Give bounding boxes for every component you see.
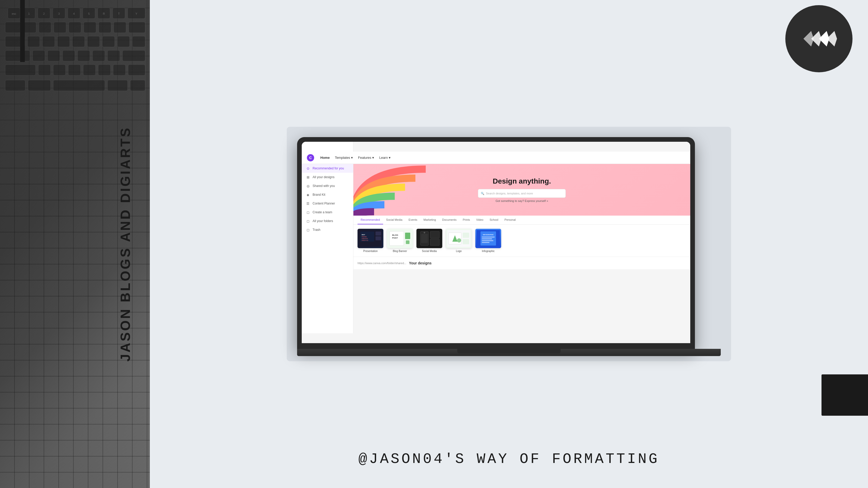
sidebar-item-trash[interactable]: ◻ Trash xyxy=(302,225,353,234)
svg-rect-79 xyxy=(430,231,439,238)
sidebar-item-shared[interactable]: ◎ Shared with you xyxy=(302,182,353,190)
left-section: esc 1 2 3 4 5 R T Y JASON BLOGS AND DIGI… xyxy=(0,0,150,488)
infographic-label: Infographic xyxy=(482,250,494,253)
svg-text:FINDING: FINDING xyxy=(362,236,367,237)
template-logo[interactable]: Logo xyxy=(446,229,472,253)
canva-main-content: Design anything. 🔍 Search designs, templ… xyxy=(353,142,690,333)
hero-tagline: Got something to say? Express yourself » xyxy=(478,199,566,202)
svg-rect-85 xyxy=(463,233,469,238)
laptop-stand xyxy=(457,349,561,354)
svg-rect-74 xyxy=(406,240,409,244)
bottom-text-area: @JASON04'S WAY OF FORMATTING xyxy=(150,451,868,467)
browser-url-display: https://www.canva.com/folder/shared... xyxy=(358,262,406,265)
sidebar-item-all-designs[interactable]: ⊞ All your designs xyxy=(302,173,353,182)
tab-documents[interactable]: Documents xyxy=(439,216,460,224)
logo-thumbnail xyxy=(446,229,472,248)
canva-logo: C xyxy=(307,154,314,161)
tab-personal[interactable]: Personal xyxy=(501,216,519,224)
sidebar-item-create-team-label: Create a team xyxy=(313,210,332,214)
laptop-screen: C Home Templates ▾ Features ▾ Learn ▾ xyxy=(302,142,690,343)
sidebar-item-content-planner-label: Content Planner xyxy=(313,202,335,205)
create-team-icon: ◻ xyxy=(306,210,310,214)
side-text-container: JASON BLOGS AND DIGIARTS xyxy=(0,0,150,488)
sidebar-item-folders[interactable]: ◻ All your folders xyxy=(302,217,353,225)
trash-icon: ◻ xyxy=(306,228,310,232)
canva-body-layout: ⊙ Recommended for you ⊞ All your designs… xyxy=(302,142,690,333)
svg-rect-91 xyxy=(482,238,492,239)
nav-home[interactable]: Home xyxy=(320,156,330,160)
canva-category-tabs: Recommended Social Media Events Marketin… xyxy=(353,216,690,225)
svg-rect-73 xyxy=(405,233,410,239)
canva-nav-items: Home Templates ▾ Features ▾ Learn ▾ xyxy=(320,156,391,160)
hive-logo-circle xyxy=(785,5,852,72)
canva-navbar: C Home Templates ▾ Features ▾ Learn ▾ xyxy=(302,152,690,164)
canva-hero-banner: Design anything. 🔍 Search designs, templ… xyxy=(353,164,690,216)
search-icon: 🔍 xyxy=(481,192,485,195)
presentation-label: Presentation xyxy=(363,250,378,253)
tab-prints[interactable]: Prints xyxy=(460,216,473,224)
tab-marketing[interactable]: Marketing xyxy=(420,216,439,224)
social-label: Social Media xyxy=(422,250,437,253)
template-social[interactable]: Social Media xyxy=(416,229,442,253)
blog-label: Blog Banner xyxy=(393,250,407,253)
svg-text:LIFESTYLE: LIFESTYLE xyxy=(362,240,368,241)
right-section: C Home Templates ▾ Features ▾ Learn ▾ xyxy=(150,0,868,488)
tab-recommended[interactable]: Recommended xyxy=(358,216,383,224)
nav-learn[interactable]: Learn ▾ xyxy=(379,156,391,160)
svg-text:BLOG: BLOG xyxy=(392,234,398,236)
canva-sidebar: ⊙ Recommended for you ⊞ All your designs… xyxy=(302,142,353,333)
hero-title: Design anything. xyxy=(478,177,566,185)
all-designs-icon: ⊞ xyxy=(306,175,310,179)
svg-point-78 xyxy=(424,232,425,233)
svg-marker-60 xyxy=(827,31,837,46)
svg-text:POST: POST xyxy=(392,237,398,239)
sidebar-item-content-planner[interactable]: ☰ Content Planner xyxy=(302,199,353,208)
presentation-thumbnail: WHY FINDING CREATIVE LIFESTYLE xyxy=(358,229,383,248)
rainbow-arc-illustration xyxy=(353,164,426,216)
hero-search-placeholder: Search designs, templates, and more xyxy=(486,192,533,195)
hero-search-bar[interactable]: 🔍 Search designs, templates, and more xyxy=(478,189,566,198)
svg-rect-93 xyxy=(482,242,490,243)
laptop-body: C Home Templates ▾ Features ▾ Learn ▾ xyxy=(297,137,695,349)
brand-kit-icon: ◈ xyxy=(306,193,310,197)
template-presentation[interactable]: WHY FINDING CREATIVE LIFESTYLE xyxy=(358,229,383,253)
nav-features[interactable]: Features ▾ xyxy=(358,156,374,160)
svg-rect-77 xyxy=(421,234,428,243)
blog-thumbnail: BLOG POST xyxy=(387,229,413,248)
svg-text:CREATIVE: CREATIVE xyxy=(362,238,368,239)
social-thumbnail xyxy=(416,229,442,248)
side-blog-title: JASON BLOGS AND DIGIARTS xyxy=(118,127,133,362)
template-infographic[interactable]: INFOGRAPHIC Infographic xyxy=(475,229,501,253)
sidebar-item-brand-kit[interactable]: ◈ Brand Kit xyxy=(302,190,353,199)
svg-rect-80 xyxy=(430,239,439,246)
hive-logo-icon xyxy=(798,28,840,49)
sidebar-item-brand-kit-label: Brand Kit xyxy=(313,193,325,196)
tab-school[interactable]: School xyxy=(487,216,501,224)
tab-social-media[interactable]: Social Media xyxy=(383,216,406,224)
nav-templates[interactable]: Templates ▾ xyxy=(335,156,353,160)
sidebar-item-create-team[interactable]: ◻ Create a team xyxy=(302,208,353,217)
shared-icon: ◎ xyxy=(306,184,310,188)
tab-events[interactable]: Events xyxy=(406,216,421,224)
svg-point-84 xyxy=(457,238,461,242)
template-blog[interactable]: BLOG POST Blog Banner xyxy=(387,229,413,253)
svg-rect-67 xyxy=(376,232,381,236)
tab-video[interactable]: Video xyxy=(473,216,487,224)
recommended-icon: ⊙ xyxy=(306,166,310,170)
your-designs-section: https://www.canva.com/folder/shared... Y… xyxy=(353,257,690,269)
folders-icon: ◻ xyxy=(306,219,310,223)
canva-interface: C Home Templates ▾ Features ▾ Learn ▾ xyxy=(302,142,690,343)
svg-rect-86 xyxy=(463,239,469,244)
bottom-tagline: @JASON04'S WAY OF FORMATTING xyxy=(150,451,868,467)
sidebar-item-recommended[interactable]: ⊙ Recommended for you xyxy=(302,164,353,173)
svg-rect-90 xyxy=(482,236,495,237)
svg-text:INFOGRAPHIC: INFOGRAPHIC xyxy=(483,234,494,235)
logo-label: Logo xyxy=(456,250,462,253)
template-grid: WHY FINDING CREATIVE LIFESTYLE xyxy=(353,225,690,257)
laptop-card: C Home Templates ▾ Features ▾ Learn ▾ xyxy=(287,127,731,361)
svg-rect-92 xyxy=(482,240,493,241)
laptop-screen-bezel: C Home Templates ▾ Features ▾ Learn ▾ xyxy=(302,142,690,343)
svg-text:WHY: WHY xyxy=(362,234,365,235)
sidebar-item-recommended-label: Recommended for you xyxy=(313,167,344,170)
infographic-thumbnail: INFOGRAPHIC xyxy=(475,229,501,248)
